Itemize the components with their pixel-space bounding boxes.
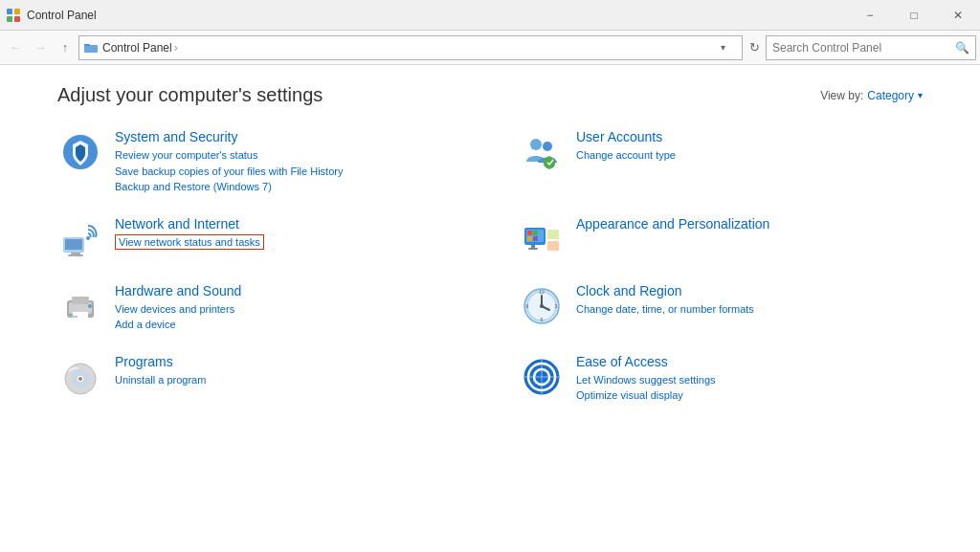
svg-rect-21 [528,248,538,250]
svg-rect-2 [7,16,12,22]
svg-point-34 [540,304,544,308]
category-clock-region: 12 3 6 9 Clock and Region Change date, t… [519,283,923,333]
ease-of-access-icon [519,354,565,400]
path-separator: › [174,41,178,55]
programs-link-0[interactable]: Uninstall a program [115,372,461,388]
page-title: Adjust your computer's settings [57,84,323,106]
svg-rect-19 [533,236,538,241]
clock-region-icon: 12 3 6 9 [519,283,565,329]
search-icon[interactable]: 🔍 [955,41,969,55]
svg-rect-16 [527,231,532,235]
svg-point-8 [543,142,552,151]
svg-rect-0 [7,9,12,14]
svg-rect-17 [533,231,538,235]
hardware-sound-icon [57,283,103,329]
network-internet-link-0[interactable]: View network status and tasks [115,234,264,250]
svg-point-7 [530,139,542,150]
network-internet-title[interactable]: Network and Internet [115,216,461,232]
system-security-title[interactable]: System and Security [115,129,461,144]
minimize-button[interactable]: − [848,0,892,31]
address-box[interactable]: Control Panel › ▾ [78,35,743,60]
category-programs: Programs Uninstall a program [57,354,461,404]
viewby-value[interactable]: Category [867,89,914,102]
svg-rect-12 [68,254,83,256]
ease-of-access-content: Ease of Access Let Windows suggest setti… [576,354,923,404]
app-icon [6,8,21,23]
search-box[interactable]: 🔍 [766,35,976,60]
ease-of-access-link-0[interactable]: Let Windows suggest settings [576,372,923,388]
system-security-link-2[interactable]: Backup and Restore (Windows 7) [115,179,461,195]
svg-text:12: 12 [539,289,545,295]
categories-grid: System and Security Review your computer… [57,129,923,425]
svg-rect-23 [547,241,559,251]
up-button[interactable]: ↑ [54,36,77,59]
page-header: Adjust your computer's settings View by:… [57,84,923,106]
window-controls: − □ ✕ [848,0,980,31]
svg-rect-10 [65,239,82,250]
user-accounts-link-0[interactable]: Change account type [576,147,923,164]
category-ease-of-access: Ease of Access Let Windows suggest setti… [519,354,923,404]
path-segment: Control Panel [102,41,172,55]
back-button[interactable]: ← [4,36,27,59]
svg-text:6: 6 [541,317,544,322]
appearance-icon [519,216,565,262]
system-security-link-0[interactable]: Review your computer's status [115,147,461,164]
svg-rect-22 [547,230,559,239]
ease-of-access-link-1[interactable]: Optimize visual display [576,387,923,404]
address-bar: ← → ↑ Control Panel › ▾ ↻ 🔍 [0,31,980,65]
svg-rect-18 [527,236,532,241]
system-security-link-1[interactable]: Save backup copies of your files with Fi… [115,164,461,180]
svg-rect-20 [531,245,535,248]
forward-button[interactable]: → [29,36,52,59]
address-dropdown-button[interactable]: ▾ [721,42,738,53]
programs-title[interactable]: Programs [115,354,461,369]
system-security-content: System and Security Review your computer… [115,129,461,195]
user-accounts-icon [519,129,565,175]
hardware-sound-link-1[interactable]: Add a device [115,317,461,333]
network-internet-icon [57,216,103,262]
user-accounts-title[interactable]: User Accounts [576,129,923,144]
svg-point-42 [78,377,82,381]
folder-icon [83,40,99,55]
viewby-arrow[interactable]: ▾ [918,90,923,100]
viewby-label: View by: [820,89,863,102]
search-input[interactable] [772,41,951,55]
svg-text:9: 9 [526,303,529,309]
clock-region-content: Clock and Region Change date, time, or n… [576,283,923,318]
hardware-sound-content: Hardware and Sound View devices and prin… [115,283,461,333]
main-content: Adjust your computer's settings View by:… [0,65,980,552]
svg-rect-1 [14,9,20,14]
clock-region-link-0[interactable]: Change date, time, or number formats [576,301,923,318]
titlebar: Control Panel − □ ✕ [0,0,980,31]
address-path: Control Panel › [102,41,717,55]
hardware-sound-link-0[interactable]: View devices and printers [115,301,461,318]
window-title: Control Panel [27,9,848,22]
network-internet-content: Network and Internet View network status… [115,216,461,251]
viewby-control: View by: Category ▾ [820,89,923,102]
svg-point-29 [88,304,92,308]
maximize-button[interactable]: □ [892,0,936,31]
programs-content: Programs Uninstall a program [115,354,461,388]
programs-icon [57,354,103,400]
hardware-sound-title[interactable]: Hardware and Sound [115,283,461,298]
svg-rect-26 [72,297,89,304]
category-user-accounts: User Accounts Change account type [519,129,923,195]
close-button[interactable]: ✕ [936,0,980,31]
ease-of-access-title[interactable]: Ease of Access [576,354,923,369]
svg-rect-5 [84,45,98,53]
user-accounts-content: User Accounts Change account type [576,129,923,164]
clock-region-title[interactable]: Clock and Region [576,283,923,298]
svg-text:3: 3 [555,303,558,309]
category-system-security: System and Security Review your computer… [57,129,461,195]
svg-rect-3 [14,16,20,22]
system-security-icon [57,129,103,175]
category-appearance: Appearance and Personalization [519,216,923,262]
appearance-title[interactable]: Appearance and Personalization [576,216,923,232]
category-hardware-sound: Hardware and Sound View devices and prin… [57,283,461,333]
svg-rect-11 [71,253,80,254]
appearance-content: Appearance and Personalization [576,216,923,234]
refresh-button[interactable]: ↻ [745,38,764,57]
svg-rect-28 [72,316,78,318]
category-network-internet: Network and Internet View network status… [57,216,461,262]
svg-point-13 [86,236,90,240]
